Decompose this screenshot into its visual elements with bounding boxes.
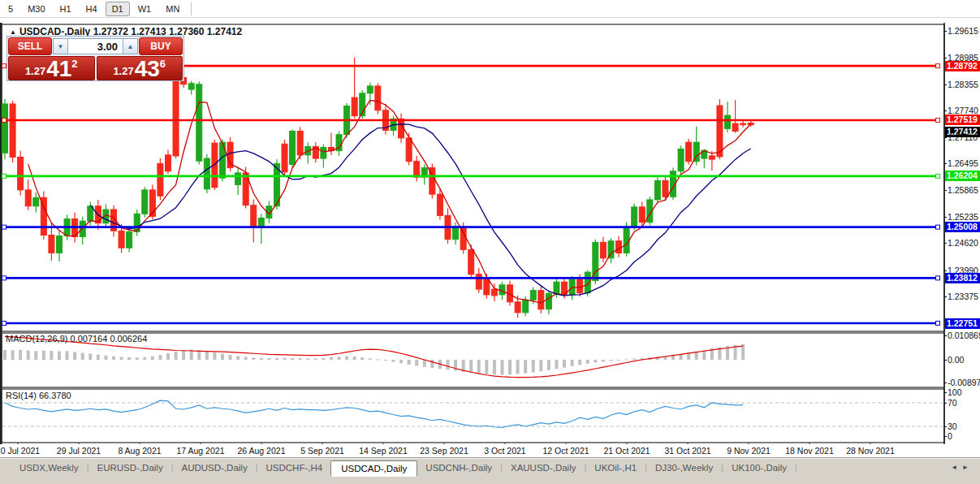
macd-histogram-bar [260,358,263,360]
macd-histogram-bar [322,358,325,360]
chart-tab-audusd-daily[interactable]: AUDUSD-,Daily [174,460,256,475]
candle-body [732,123,738,131]
date-label: 9 Nov 2021 [727,446,771,456]
macd-histogram-bar [485,360,488,374]
sell-price-sup: 2 [71,58,77,69]
volume-decrease-button[interactable]: ▼ [53,38,68,54]
macd-histogram-bar [477,360,481,374]
one-click-trading-panel: SELL ▼ ▲ BUY 1.27 41 2 1.27 43 6 [6,36,184,81]
candle-body [468,249,474,274]
level-line-handle [2,118,6,122]
macd-histogram-bar [229,355,232,360]
macd-histogram-bar [205,351,209,360]
chart-tab-ukoil-h1[interactable]: UKOil-,H1 [586,460,645,475]
macd-histogram-bar [151,357,154,360]
macd-histogram-bar [221,353,224,360]
candle-body [632,207,637,227]
macd-histogram-bar [353,357,356,360]
price-tick-label: 1.24620 [948,238,978,248]
price-axis[interactable]: 1.296151.289851.283551.277401.271101.264… [945,23,980,444]
macd-histogram-bar [516,360,520,374]
macd-histogram-bar [500,360,503,374]
macd-histogram-bar [158,355,162,360]
date-axis[interactable]: 20 Jul 202129 Jul 20218 Aug 202117 Aug 2… [0,444,944,457]
sell-button[interactable]: SELL [8,37,52,55]
candle-body [453,227,459,240]
macd-histogram-bar [578,360,581,365]
chart-tab-eurusd-daily[interactable]: EURUSD-,Daily [89,460,171,475]
date-label: 14 Sep 2021 [359,446,408,456]
date-label: 12 Oct 2021 [542,446,589,456]
tab-scroll-left-icon[interactable]: ◄ [951,464,957,471]
date-label: 29 Jul 2021 [57,446,101,456]
macd-histogram-bar [213,352,216,360]
macd-histogram-bar [392,360,395,362]
macd-histogram-bar [127,357,131,360]
date-label: 23 Sep 2021 [420,446,468,456]
level-price-tag: 1.26204 [945,171,980,181]
macd-histogram-bar [283,358,287,360]
chart-tab-uk100-daily[interactable]: UK100-,Daily [723,460,795,475]
buy-price-tile[interactable]: 1.27 43 6 [97,56,183,80]
candle-body [158,163,163,196]
macd-histogram-bar [360,357,364,360]
macd-histogram-bar [563,360,566,368]
macd-histogram-bar [617,360,620,361]
macd-histogram-bar [430,360,434,368]
chart-tab-xauusd-daily[interactable]: XAUUSD-,Daily [503,460,585,475]
macd-histogram-bar [555,360,558,369]
candle-body [33,197,39,205]
chart-tab-usdx-weekly[interactable]: USDX,Weekly [11,460,87,475]
candle-body [600,242,606,257]
macd-indicator-label: MACD(12,26,9) 0.007164 0.006264 [6,334,147,344]
candle-body [375,86,381,110]
chart-tab-usdcnh-daily[interactable]: USDCNH-,Daily [417,460,500,475]
macd-histogram-bar [197,350,201,360]
macd-histogram-bar [3,350,6,360]
date-label: 21 Oct 2021 [603,446,650,456]
candle-body [725,115,731,128]
level-line-handle [936,64,940,68]
macd-histogram-bar [625,359,628,360]
macd-histogram-bar [291,358,294,360]
macd-histogram-bar [89,353,92,360]
macd-histogram-bar [19,350,22,360]
chart-tab-usdcad-daily[interactable]: USDCAD-,Daily [330,460,417,477]
macd-histogram-bar [687,353,690,360]
macd-histogram-bar [695,352,698,360]
volume-input[interactable] [68,38,123,54]
candle-body [686,142,692,162]
macd-histogram-bar [175,352,178,360]
macd-histogram-bar [252,357,255,360]
tab-scroll-right-icon[interactable]: ► [962,464,969,471]
buy-price-sup: 6 [160,58,166,69]
candle-body [165,155,171,171]
price-tick-label: 1.27740 [948,106,978,115]
candle-body [49,235,54,253]
macd-histogram-bar [547,360,550,370]
price-tick-label: 1.28355 [948,80,978,89]
chart-tab-usdchf-h4[interactable]: USDCHF-,H4 [258,460,331,475]
candle-body [654,180,660,200]
chart-tab-dj30-weekly[interactable]: DJ30-,Weekly [647,460,721,475]
candle-body [484,279,490,295]
sell-price-tile[interactable]: 1.27 41 2 [8,56,95,80]
sell-price-small: 1.27 [25,66,45,79]
collapse-icon[interactable]: ▲ [10,28,16,36]
volume-increase-button[interactable]: ▲ [123,38,138,54]
candle-body [585,272,590,293]
macd-histogram-bar [446,360,449,369]
level-price-tag: 1.28792 [945,61,980,71]
candle-body [235,173,241,185]
buy-button[interactable]: BUY [139,37,183,55]
price-tick-label: 1.25865 [948,185,978,195]
date-label: 17 Aug 2021 [177,446,225,456]
candle-body [142,190,148,214]
candle-body [251,205,257,227]
rsi-pane [2,389,944,443]
macd-histogram-bar [112,357,115,360]
date-label: 18 Nov 2021 [785,446,834,456]
macd-histogram-bar [532,360,535,373]
macd-histogram-bar [469,360,473,373]
level-line-handle [2,225,6,229]
